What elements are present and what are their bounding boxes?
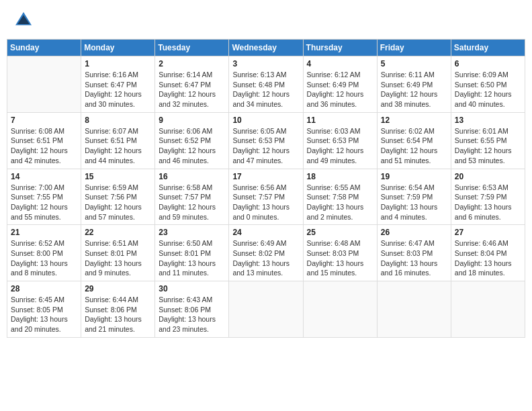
day-info: Sunrise: 6:09 AMSunset: 6:50 PMDaylight:… <box>455 70 521 109</box>
calendar-week-3: 14Sunrise: 7:00 AMSunset: 7:55 PMDayligh… <box>7 169 525 225</box>
calendar-cell <box>377 281 451 338</box>
calendar-cell: 27Sunrise: 6:46 AMSunset: 8:04 PMDayligh… <box>451 225 525 281</box>
calendar-cell <box>229 281 303 338</box>
day-info: Sunrise: 6:16 AMSunset: 6:47 PMDaylight:… <box>85 70 151 109</box>
calendar-cell: 16Sunrise: 6:58 AMSunset: 7:57 PMDayligh… <box>155 169 229 225</box>
day-number: 22 <box>85 228 151 237</box>
day-info: Sunrise: 6:08 AMSunset: 6:51 PMDaylight:… <box>11 126 77 166</box>
day-info: Sunrise: 6:01 AMSunset: 6:55 PMDaylight:… <box>455 126 521 166</box>
calendar-cell: 15Sunrise: 6:59 AMSunset: 7:56 PMDayligh… <box>81 169 155 225</box>
calendar-cell: 6Sunrise: 6:09 AMSunset: 6:50 PMDaylight… <box>451 56 525 113</box>
day-number: 1 <box>85 59 151 68</box>
day-info: Sunrise: 6:45 AMSunset: 8:05 PMDaylight:… <box>11 295 77 334</box>
day-number: 9 <box>159 116 225 125</box>
day-number: 2 <box>159 59 225 68</box>
day-number: 15 <box>85 172 151 181</box>
day-number: 4 <box>307 59 373 68</box>
day-number: 8 <box>85 116 151 125</box>
calendar-cell: 9Sunrise: 6:06 AMSunset: 6:52 PMDaylight… <box>155 112 229 169</box>
day-number: 6 <box>455 59 521 68</box>
calendar-week-4: 21Sunrise: 6:52 AMSunset: 8:00 PMDayligh… <box>7 225 525 281</box>
day-info: Sunrise: 6:48 AMSunset: 8:03 PMDaylight:… <box>307 238 373 278</box>
calendar-cell: 12Sunrise: 6:02 AMSunset: 6:54 PMDayligh… <box>377 112 451 169</box>
day-info: Sunrise: 6:58 AMSunset: 7:57 PMDaylight:… <box>159 183 225 222</box>
day-number: 30 <box>159 284 225 293</box>
calendar-cell: 18Sunrise: 6:55 AMSunset: 7:58 PMDayligh… <box>303 169 377 225</box>
day-info: Sunrise: 6:07 AMSunset: 6:51 PMDaylight:… <box>85 126 151 166</box>
calendar-cell: 5Sunrise: 6:11 AMSunset: 6:49 PMDaylight… <box>377 56 451 113</box>
day-number: 29 <box>85 284 151 293</box>
calendar-cell: 25Sunrise: 6:48 AMSunset: 8:03 PMDayligh… <box>303 225 377 281</box>
day-info: Sunrise: 6:49 AMSunset: 8:02 PMDaylight:… <box>232 238 299 278</box>
day-number: 11 <box>307 116 373 125</box>
day-number: 14 <box>11 172 77 181</box>
calendar-cell: 21Sunrise: 6:52 AMSunset: 8:00 PMDayligh… <box>7 225 81 281</box>
calendar-cell: 10Sunrise: 6:05 AMSunset: 6:53 PMDayligh… <box>229 112 303 169</box>
day-info: Sunrise: 6:13 AMSunset: 6:48 PMDaylight:… <box>232 70 299 109</box>
day-number: 7 <box>11 116 77 125</box>
calendar-table: SundayMondayTuesdayWednesdayThursdayFrid… <box>7 39 525 338</box>
day-info: Sunrise: 6:52 AMSunset: 8:00 PMDaylight:… <box>11 238 77 278</box>
calendar-cell: 17Sunrise: 6:56 AMSunset: 7:57 PMDayligh… <box>229 169 303 225</box>
day-number: 23 <box>159 228 225 237</box>
header-monday: Monday <box>81 40 155 56</box>
day-number: 12 <box>381 116 447 125</box>
calendar-cell <box>7 56 81 113</box>
calendar-cell: 26Sunrise: 6:47 AMSunset: 8:03 PMDayligh… <box>377 225 451 281</box>
day-number: 3 <box>232 59 299 68</box>
day-number: 25 <box>307 228 373 237</box>
calendar-cell: 2Sunrise: 6:14 AMSunset: 6:47 PMDaylight… <box>155 56 229 113</box>
day-info: Sunrise: 6:53 AMSunset: 7:59 PMDaylight:… <box>455 183 521 222</box>
day-info: Sunrise: 6:56 AMSunset: 7:57 PMDaylight:… <box>232 183 299 222</box>
calendar-cell: 8Sunrise: 6:07 AMSunset: 6:51 PMDaylight… <box>81 112 155 169</box>
day-info: Sunrise: 6:05 AMSunset: 6:53 PMDaylight:… <box>232 126 299 166</box>
day-info: Sunrise: 6:03 AMSunset: 6:53 PMDaylight:… <box>307 126 373 166</box>
day-info: Sunrise: 6:47 AMSunset: 8:03 PMDaylight:… <box>381 238 447 278</box>
day-info: Sunrise: 6:44 AMSunset: 8:06 PMDaylight:… <box>85 295 151 334</box>
calendar-cell: 4Sunrise: 6:12 AMSunset: 6:49 PMDaylight… <box>303 56 377 113</box>
day-number: 17 <box>232 172 299 181</box>
day-info: Sunrise: 6:43 AMSunset: 8:06 PMDaylight:… <box>159 295 225 334</box>
day-info: Sunrise: 6:51 AMSunset: 8:01 PMDaylight:… <box>85 238 151 278</box>
page-header <box>7 7 525 34</box>
calendar-cell: 23Sunrise: 6:50 AMSunset: 8:01 PMDayligh… <box>155 225 229 281</box>
header-wednesday: Wednesday <box>229 40 303 56</box>
day-number: 21 <box>11 228 77 237</box>
calendar-header-row: SundayMondayTuesdayWednesdayThursdayFrid… <box>7 40 525 56</box>
header-thursday: Thursday <box>303 40 377 56</box>
calendar-cell: 29Sunrise: 6:44 AMSunset: 8:06 PMDayligh… <box>81 281 155 338</box>
logo <box>13 10 35 30</box>
day-info: Sunrise: 6:11 AMSunset: 6:49 PMDaylight:… <box>381 70 447 109</box>
logo-icon <box>13 10 34 30</box>
header-friday: Friday <box>377 40 451 56</box>
day-info: Sunrise: 6:46 AMSunset: 8:04 PMDaylight:… <box>455 238 521 278</box>
day-number: 10 <box>232 116 299 125</box>
day-number: 20 <box>455 172 521 181</box>
day-number: 24 <box>232 228 299 237</box>
day-number: 16 <box>159 172 225 181</box>
day-number: 27 <box>455 228 521 237</box>
day-number: 13 <box>455 116 521 125</box>
day-number: 19 <box>381 172 447 181</box>
day-info: Sunrise: 6:59 AMSunset: 7:56 PMDaylight:… <box>85 183 151 222</box>
day-info: Sunrise: 6:54 AMSunset: 7:59 PMDaylight:… <box>381 183 447 222</box>
calendar-cell: 20Sunrise: 6:53 AMSunset: 7:59 PMDayligh… <box>451 169 525 225</box>
day-info: Sunrise: 6:14 AMSunset: 6:47 PMDaylight:… <box>159 70 225 109</box>
header-sunday: Sunday <box>7 40 81 56</box>
calendar-week-2: 7Sunrise: 6:08 AMSunset: 6:51 PMDaylight… <box>7 112 525 169</box>
calendar-cell: 24Sunrise: 6:49 AMSunset: 8:02 PMDayligh… <box>229 225 303 281</box>
calendar-cell: 22Sunrise: 6:51 AMSunset: 8:01 PMDayligh… <box>81 225 155 281</box>
calendar-cell: 13Sunrise: 6:01 AMSunset: 6:55 PMDayligh… <box>451 112 525 169</box>
day-info: Sunrise: 6:06 AMSunset: 6:52 PMDaylight:… <box>159 126 225 166</box>
calendar-cell: 14Sunrise: 7:00 AMSunset: 7:55 PMDayligh… <box>7 169 81 225</box>
calendar-cell <box>451 281 525 338</box>
calendar-week-1: 1Sunrise: 6:16 AMSunset: 6:47 PMDaylight… <box>7 56 525 113</box>
day-info: Sunrise: 6:12 AMSunset: 6:49 PMDaylight:… <box>307 70 373 109</box>
day-number: 28 <box>11 284 77 293</box>
day-info: Sunrise: 6:02 AMSunset: 6:54 PMDaylight:… <box>381 126 447 166</box>
calendar-cell: 28Sunrise: 6:45 AMSunset: 8:05 PMDayligh… <box>7 281 81 338</box>
header-tuesday: Tuesday <box>155 40 229 56</box>
calendar-cell: 7Sunrise: 6:08 AMSunset: 6:51 PMDaylight… <box>7 112 81 169</box>
header-saturday: Saturday <box>451 40 525 56</box>
calendar-cell: 19Sunrise: 6:54 AMSunset: 7:59 PMDayligh… <box>377 169 451 225</box>
